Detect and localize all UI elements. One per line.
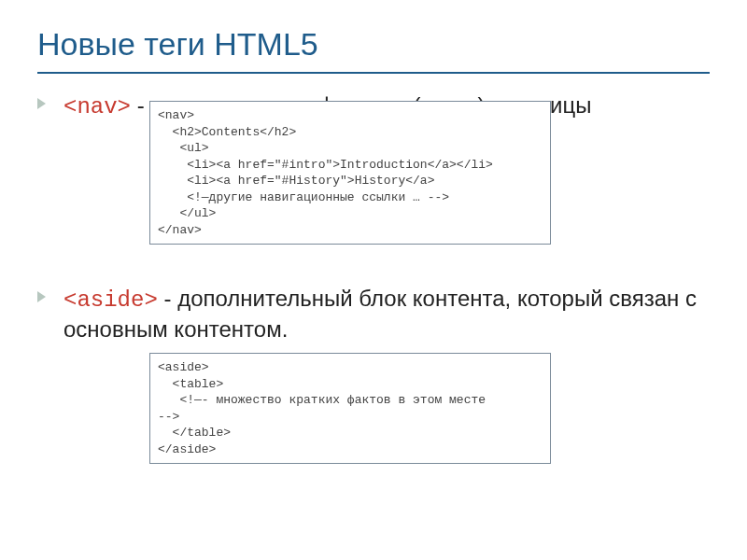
slide-title: Новые теги HTML5: [37, 26, 710, 74]
code-example-nav: <nav> <h2>Contents</h2> <ul> <li><a href…: [149, 101, 551, 245]
aside-desc-text: - дополнительный блок контента, который …: [63, 286, 697, 342]
bullet-icon: [37, 98, 46, 109]
nav-tag-text: <nav>: [63, 94, 131, 119]
bullet-item-aside: <aside> - дополнительный блок контента, …: [37, 284, 710, 343]
bullet-icon: [37, 291, 46, 302]
aside-tag-text: <aside>: [63, 287, 158, 313]
aside-paragraph: <aside> - дополнительный блок контента, …: [63, 284, 710, 343]
code-example-aside: <aside> <table> <!—- множество кратких ф…: [149, 353, 551, 464]
